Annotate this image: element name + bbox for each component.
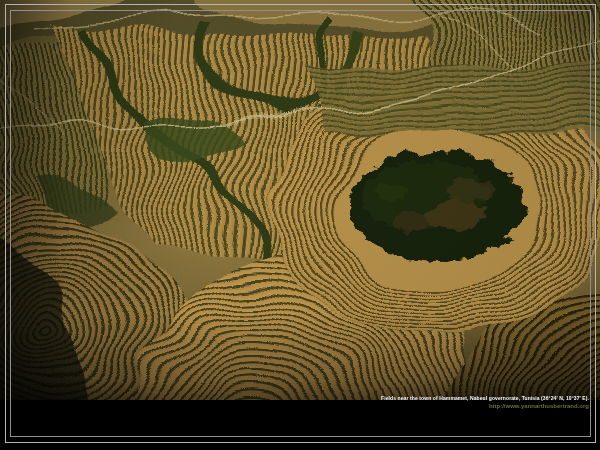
wallpaper-stage: Fields near the town of Hammamet, Nabeul… [0,0,600,450]
photo-caption: Fields near the town of Hammamet, Nabeul… [381,396,589,409]
caption-text: Fields near the town of Hammamet, Nabeul… [381,396,589,402]
aerial-photo [0,0,600,400]
aerial-photo-art [0,0,600,400]
caption-url: http://www.yannarthusbertrand.org [381,403,589,410]
film-grain [0,0,600,400]
